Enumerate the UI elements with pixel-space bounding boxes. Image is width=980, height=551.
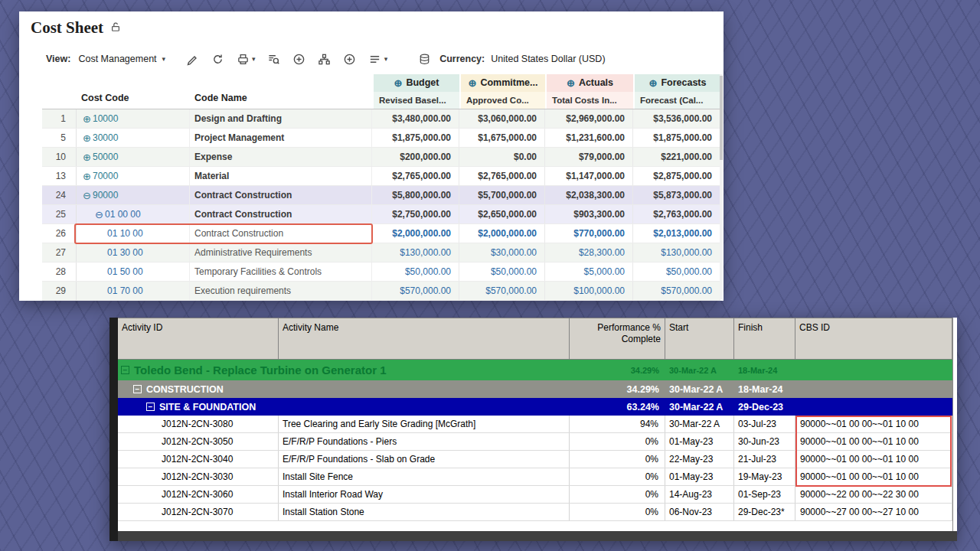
expand-icon[interactable] [81,114,93,124]
wbs-group-row[interactable]: CONSTRUCTION 34.29% 30-Mar-22 A 18-Mar-2… [118,380,952,398]
col-activity-name[interactable]: Activity Name [279,318,570,359]
budget-value: $1,875,000.00 [372,129,459,147]
activity-percent: 0% [570,504,665,520]
cost-code-link[interactable]: 01 70 00 [107,285,143,296]
print-icon[interactable] [236,52,250,66]
vertical-scrollbar[interactable] [720,74,723,299]
expand-icon[interactable] [81,133,93,143]
forecasts-group-header[interactable]: Forecasts [633,74,720,92]
cost-code-link[interactable]: 01 30 00 [107,247,143,258]
col-activity-id[interactable]: Activity ID [118,318,279,359]
view-dropdown[interactable]: Cost Management ▾ [78,54,165,64]
expand-column-icon[interactable] [649,77,658,89]
menu-icon[interactable] [368,52,382,66]
refresh-icon[interactable] [211,52,224,66]
cost-row[interactable]: 5 30000 Project Management $1,875,000.00… [42,129,720,148]
cost-code-cell: 01 00 00 [77,205,190,223]
col-performance[interactable]: Performance % Complete [570,318,665,359]
activity-id: J012N-2CN-3060 [118,486,279,503]
collapse-icon[interactable] [121,366,129,374]
row-number: 13 [42,167,77,185]
hierarchy-icon[interactable] [318,52,332,66]
cost-code-link[interactable]: 01 00 00 [105,209,141,220]
title-row: Cost Sheet [31,18,121,37]
project-group-row[interactable]: Toledo Bend - Replace Turbine on Generat… [118,360,952,380]
add-node-icon[interactable] [343,52,357,66]
cost-code-link[interactable]: 30000 [93,132,118,143]
expand-icon[interactable] [81,171,93,181]
cost-row[interactable]: 25 01 00 00 Contract Construction $2,750… [42,205,720,224]
cost-code-link[interactable]: 90000 [93,190,118,201]
scrollbar-thumb[interactable] [720,76,723,160]
activity-finish: 29-Dec-23* [734,504,795,520]
expand-column-icon[interactable] [394,77,403,89]
activity-cbs-id: 90000~~01 00 00~~01 10 00 [795,451,952,468]
col-finish[interactable]: Finish [734,318,795,359]
activity-row[interactable]: J012N-2CN-3030 Install Site Fence 0% 01-… [118,468,952,486]
cost-row[interactable]: 10 50000 Expense $200,000.00 $0.00 $79,0… [42,148,720,167]
activity-percent: 94% [570,416,665,432]
expand-icon[interactable] [81,152,93,162]
cost-row-selected[interactable]: 26 01 10 00 Contract Construction $2,000… [42,224,720,243]
code-name: Design and Drafting [190,109,372,128]
cost-row[interactable]: 28 01 50 00 Temporary Facilities & Contr… [42,262,720,282]
collapse-icon[interactable] [133,385,142,393]
cost-code-link[interactable]: 01 50 00 [107,266,143,277]
currency-icon [417,52,431,66]
commitments-subheader[interactable]: Approved Co... [459,92,545,109]
col-start[interactable]: Start [665,318,734,359]
menu-chevron-icon[interactable]: ▾ [384,55,388,63]
commitment-value: $3,060,000.00 [459,109,545,128]
budget-value: $2,750,000.00 [372,205,459,223]
budget-value: $2,000,000.00 [372,224,459,243]
cost-row[interactable]: 13 70000 Material $2,765,000.00 $2,765,0… [42,167,720,186]
budget-group-header[interactable]: Budget [372,74,459,92]
wbs-group-row[interactable]: SITE & FOUNDATION 63.24% 30-Mar-22 A 29-… [118,398,952,416]
add-icon[interactable] [292,52,306,66]
actuals-subheader[interactable]: Total Costs In... [545,92,633,109]
cost-code-link[interactable]: 10000 [93,113,118,124]
expand-column-icon[interactable] [469,77,477,89]
activity-id: J012N-2CN-3040 [118,451,279,468]
budget-group-label: Budget [406,77,439,88]
forecasts-value: $1,875,000.00 [633,129,720,147]
actuals-group-header[interactable]: Actuals [545,74,633,92]
activity-row[interactable]: J012N-2CN-3040 E/F/R/P Foundations - Sla… [118,451,952,468]
cost-row[interactable]: 1 10000 Design and Drafting $3,480,000.0… [42,109,720,129]
cost-row[interactable]: 24 90000 Contract Construction $5,800,00… [42,186,720,205]
collapse-icon[interactable] [146,403,155,411]
row-number: 10 [42,148,77,166]
cost-code-link[interactable]: 50000 [93,152,118,162]
commitments-group-header[interactable]: Commitme... [459,74,545,92]
commitment-value: $1,675,000.00 [459,129,545,147]
activity-table-header: Activity ID Activity Name Performance % … [118,318,952,360]
activity-start: 06-Nov-23 [665,504,734,520]
filter-search-icon[interactable] [267,52,281,66]
row-number: 26 [42,224,77,243]
activity-cbs-id: 90000~~22 00 00~~22 30 00 [795,486,952,503]
actuals-value: $79,000.00 [545,148,633,166]
cost-code-cell: 70000 [77,167,190,185]
print-chevron-icon[interactable]: ▾ [252,55,256,63]
cost-row[interactable]: 27 01 30 00 Administrative Requirements … [42,243,720,262]
activity-row[interactable]: J012N-2CN-3070 Install Station Stone 0% … [118,504,952,521]
cost-row[interactable]: 29 01 70 00 Execution requirements $570,… [42,282,720,301]
activity-row[interactable]: J012N-2CN-3080 Tree Clearing and Early S… [118,416,952,433]
collapse-icon[interactable] [93,210,105,220]
col-cbs-id[interactable]: CBS ID [795,318,952,359]
forecasts-subheader[interactable]: Forecast (Cal... [633,92,720,109]
activity-percent: 0% [570,468,665,485]
collapse-icon[interactable] [81,191,93,201]
cost-code-link[interactable]: 01 10 00 [107,228,143,239]
actuals-value: $2,969,000.00 [545,109,633,128]
commitment-value: $50,000.00 [459,262,545,281]
code-name: Project Management [190,129,372,147]
cost-code-link[interactable]: 70000 [93,171,118,181]
activity-row[interactable]: J012N-2CN-3050 E/F/R/P Foundations - Pie… [118,433,952,451]
budget-subheader[interactable]: Revised Basel... [372,92,459,109]
code-name: Administrative Requirements [190,243,372,262]
expand-column-icon[interactable] [567,77,575,89]
activity-row[interactable]: J012N-2CN-3060 Install Interior Road Way… [118,486,952,504]
edit-icon[interactable] [185,52,199,66]
actuals-value: $1,231,600.00 [545,129,633,147]
